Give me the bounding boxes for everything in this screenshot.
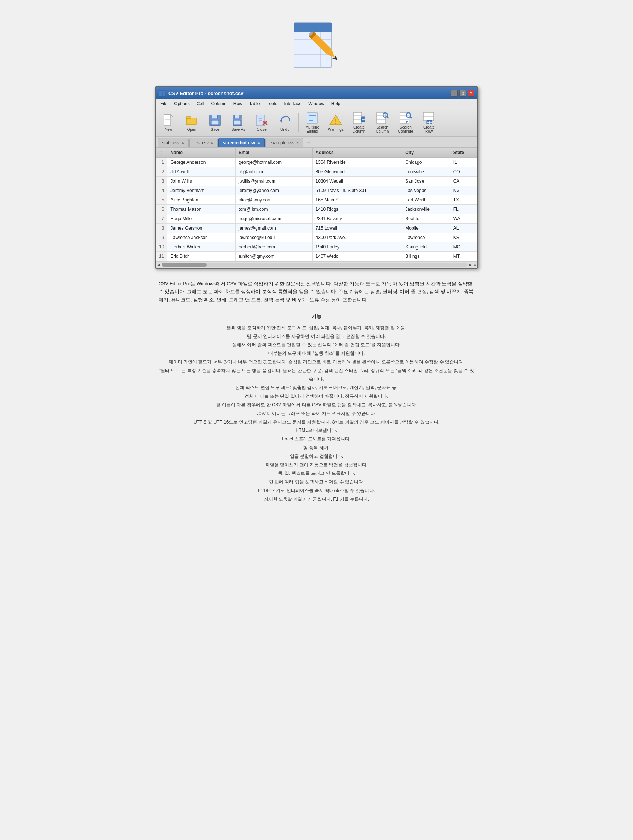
cell-state[interactable]: CA bbox=[450, 177, 477, 186]
tab-stats-csv[interactable]: stats.csv✕ bbox=[158, 138, 189, 147]
menu-item-row[interactable]: Row bbox=[230, 100, 245, 107]
col-header-#[interactable]: # bbox=[156, 148, 167, 158]
maximize-button[interactable]: □ bbox=[459, 90, 466, 96]
tab-close-btn[interactable]: ✕ bbox=[257, 141, 260, 145]
table-row[interactable]: 10Herbert Walkerherbert@free.com1940 Far… bbox=[156, 242, 477, 252]
menu-item-table[interactable]: Table bbox=[246, 100, 263, 107]
cell-email[interactable]: hugo@microsoft.com bbox=[235, 214, 313, 224]
scroll-left-arrow[interactable]: ◀ bbox=[157, 263, 160, 267]
cell-address[interactable]: 4300 Park Ave. bbox=[313, 233, 402, 242]
table-row[interactable]: 5Alice Brightonalice@sony.com165 Main St… bbox=[156, 196, 477, 205]
table-row[interactable]: 8James Gershonjames@gmail.com715 LowellM… bbox=[156, 224, 477, 233]
toolbar-btn-save[interactable]: Save bbox=[205, 112, 226, 133]
scroll-right-arrow[interactable]: ▶ bbox=[469, 263, 472, 267]
menu-item-interface[interactable]: Interface bbox=[281, 100, 305, 107]
table-row[interactable]: 6Thomas Masontom@ibm.com1410 RiggsJackso… bbox=[156, 205, 477, 214]
tab-close-btn[interactable]: ✕ bbox=[296, 141, 299, 145]
cell-state[interactable]: MT bbox=[450, 252, 477, 261]
tab-example-csv[interactable]: example.csv✕ bbox=[265, 138, 304, 147]
close-button[interactable]: ✕ bbox=[467, 90, 474, 96]
scrollbar-thumb[interactable] bbox=[162, 263, 207, 267]
cell-name[interactable]: Eric Ditch bbox=[167, 252, 236, 261]
cell-city[interactable]: Mobile bbox=[402, 224, 450, 233]
cell-email[interactable]: alice@sony.com bbox=[235, 196, 313, 205]
cell-name[interactable]: Jeremy Bentham bbox=[167, 186, 236, 196]
cell-name[interactable]: Jill Atwell bbox=[167, 167, 236, 177]
menu-item-window[interactable]: Window bbox=[305, 100, 327, 107]
cell-address[interactable]: 2341 Beverly bbox=[313, 214, 402, 224]
cell-state[interactable]: AL bbox=[450, 224, 477, 233]
cell-state[interactable]: FL bbox=[450, 205, 477, 214]
cell-email[interactable]: j.willis@ymail.com bbox=[235, 177, 313, 186]
cell-email[interactable]: herbert@free.com bbox=[235, 242, 313, 252]
menu-item-column[interactable]: Column bbox=[208, 100, 229, 107]
tab-screenshot-csv[interactable]: screenshot.csv✕ bbox=[218, 138, 264, 147]
table-row[interactable]: 9Lawrence Jacksonlawrence@ku.edu4300 Par… bbox=[156, 233, 477, 242]
cell-state[interactable]: IL bbox=[450, 158, 477, 167]
cell-email[interactable]: jeremy@yahoo.com bbox=[235, 186, 313, 196]
cell-email[interactable]: james@gmail.com bbox=[235, 224, 313, 233]
cell-address[interactable]: 165 Main St. bbox=[313, 196, 402, 205]
toolbar-btn-undo[interactable]: Undo bbox=[275, 112, 295, 133]
col-header-address[interactable]: Address bbox=[313, 148, 402, 158]
toolbar-btn-saveas[interactable]: +Save As bbox=[228, 112, 249, 133]
tab-test-csv[interactable]: test.csv✕ bbox=[189, 138, 218, 147]
table-row[interactable]: 3John Willisj.willis@ymail.com10304 Wede… bbox=[156, 177, 477, 186]
cell-city[interactable]: San Jose bbox=[402, 177, 450, 186]
cell-state[interactable]: TX bbox=[450, 196, 477, 205]
cell-city[interactable]: Lawrence bbox=[402, 233, 450, 242]
cell-email[interactable]: tom@ibm.com bbox=[235, 205, 313, 214]
toolbar-btn-open[interactable]: Open bbox=[181, 112, 202, 133]
table-row[interactable]: 11Eric Ditche.nitch@gmy.com1407 WeddBill… bbox=[156, 252, 477, 261]
cell-state[interactable]: CO bbox=[450, 167, 477, 177]
cell-state[interactable]: MO bbox=[450, 242, 477, 252]
cell-address[interactable]: 1940 Farley bbox=[313, 242, 402, 252]
cell-address[interactable]: 1304 Riverside bbox=[313, 158, 402, 167]
toolbar-btn-warnings[interactable]: !Warnings bbox=[325, 112, 346, 133]
cell-address[interactable]: 1410 Riggs bbox=[313, 205, 402, 214]
toolbar-btn-createcol[interactable]: Create Column bbox=[349, 110, 369, 135]
menu-item-cell[interactable]: Cell bbox=[194, 100, 207, 107]
horizontal-scrollbar[interactable] bbox=[162, 263, 467, 267]
cell-city[interactable]: Billings bbox=[402, 252, 450, 261]
col-header-state[interactable]: State bbox=[450, 148, 477, 158]
cell-city[interactable]: Chicago bbox=[402, 158, 450, 167]
cell-name[interactable]: John Willis bbox=[167, 177, 236, 186]
cell-email[interactable]: e.nitch@gmy.com bbox=[235, 252, 313, 261]
cell-email[interactable]: george@hotmail.com bbox=[235, 158, 313, 167]
cell-name[interactable]: Thomas Mason bbox=[167, 205, 236, 214]
cell-state[interactable]: NV bbox=[450, 186, 477, 196]
cell-name[interactable]: Lawrence Jackson bbox=[167, 233, 236, 242]
cell-city[interactable]: Springfield bbox=[402, 242, 450, 252]
cell-city[interactable]: Jacksonville bbox=[402, 205, 450, 214]
toolbar-btn-close[interactable]: Close bbox=[251, 112, 272, 133]
table-container[interactable]: #NameEmailAddressCityState 1George Ander… bbox=[156, 147, 477, 261]
cell-name[interactable]: Herbert Walker bbox=[167, 242, 236, 252]
cell-city[interactable]: Las Vegas bbox=[402, 186, 450, 196]
col-header-city[interactable]: City bbox=[402, 148, 450, 158]
toolbar-btn-multiline[interactable]: Multiline Editing bbox=[302, 110, 323, 135]
tab-close-btn[interactable]: ✕ bbox=[181, 141, 185, 145]
cell-email[interactable]: jill@aol.com bbox=[235, 167, 313, 177]
add-tab-button[interactable]: + bbox=[304, 137, 314, 147]
scroll-menu-arrow[interactable]: ≡ bbox=[474, 263, 476, 267]
minimize-button[interactable]: — bbox=[451, 90, 458, 96]
cell-name[interactable]: George Anderson bbox=[167, 158, 236, 167]
cell-email[interactable]: lawrence@ku.edu bbox=[235, 233, 313, 242]
menu-item-help[interactable]: Help bbox=[328, 100, 344, 107]
menu-item-file[interactable]: File bbox=[157, 100, 170, 107]
table-row[interactable]: 1George Andersongeorge@hotmail.com1304 R… bbox=[156, 158, 477, 167]
cell-address[interactable]: 715 Lowell bbox=[313, 224, 402, 233]
cell-address[interactable]: 805 Glenwood bbox=[313, 167, 402, 177]
toolbar-btn-new[interactable]: New bbox=[158, 112, 179, 133]
menu-item-options[interactable]: Options bbox=[171, 100, 193, 107]
menu-item-tools[interactable]: Tools bbox=[264, 100, 280, 107]
table-row[interactable]: 7Hugo Millerhugo@microsoft.com2341 Bever… bbox=[156, 214, 477, 224]
cell-name[interactable]: James Gershon bbox=[167, 224, 236, 233]
cell-address[interactable]: 10304 Wedell bbox=[313, 177, 402, 186]
table-row[interactable]: 4Jeremy Benthamjeremy@yahoo.com5109 Trav… bbox=[156, 186, 477, 196]
cell-name[interactable]: Hugo Miller bbox=[167, 214, 236, 224]
table-row[interactable]: 2Jill Atwelljill@aol.com805 GlenwoodLoui… bbox=[156, 167, 477, 177]
cell-city[interactable]: Seattle bbox=[402, 214, 450, 224]
cell-address[interactable]: 5109 Travis Ln. Suite 301 bbox=[313, 186, 402, 196]
